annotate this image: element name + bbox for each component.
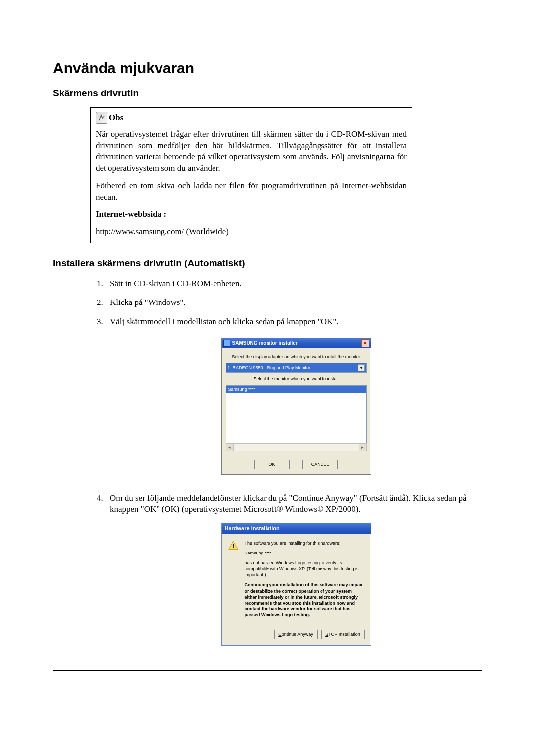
btn-rest: TOP Installation [328, 632, 360, 637]
note-website-url: http://www.samsung.com/ (Worldwide) [96, 226, 407, 238]
note-paragraph: Förbered en tom skiva och ladda ner file… [96, 180, 407, 203]
step-text: Klicka på "Windows". [110, 298, 185, 307]
svg-rect-0 [233, 544, 234, 547]
hardware-text: The software you are installing for this… [245, 540, 365, 622]
bottom-rule [53, 670, 482, 671]
step-text: Välj skärmmodell i modellistan och klick… [110, 317, 338, 326]
note-website-label: Internet-webbsida : [96, 209, 407, 220]
ok-button[interactable]: OK [254, 460, 290, 469]
warning-icon [228, 540, 239, 551]
installer-title-text: SAMSUNG monitor installer [232, 340, 298, 347]
close-icon[interactable]: × [361, 339, 369, 347]
document-page: Använda mjukvaran Skärmens drivrutin Obs… [0, 0, 535, 691]
installer-button-row: OK CANCEL [226, 460, 367, 469]
hw-line: Samsung **** [245, 550, 365, 556]
note-paragraph: När operativsystemet frågar efter drivru… [96, 129, 407, 174]
step-item: Om du ser följande meddelandefönster kli… [105, 492, 482, 646]
section-title-driver: Skärmens drivrutin [53, 88, 482, 99]
step-item: Välj skärmmodell i modellistan och klick… [105, 316, 482, 475]
stop-installation-button[interactable]: STOP Installation [321, 630, 365, 639]
installer-figure: SAMSUNG monitor installer × Select the d… [110, 338, 482, 475]
step-item: Sätt in CD-skivan i CD-ROM-enheten. [105, 278, 482, 290]
section-title-install: Installera skärmens drivrutin (Automatis… [53, 258, 482, 269]
top-rule [53, 35, 482, 35]
installer-body: Select the display adapter on which you … [222, 348, 371, 474]
hw-line: has not passed Windows Logo testing to v… [245, 560, 365, 578]
note-icon [96, 112, 107, 124]
installer-label-monitor: Select the monitor which you want to ins… [226, 376, 367, 382]
btn-rest: ontinue Anyway [282, 632, 313, 637]
page-title: Använda mjukvaran [53, 60, 482, 77]
hardware-button-row: Continue Anyway STOP Installation [222, 627, 371, 645]
horizontal-scrollbar[interactable]: ◂ ▸ [226, 443, 367, 451]
scroll-track[interactable] [234, 444, 359, 451]
step-text: Om du ser följande meddelandefönster kli… [110, 493, 467, 514]
hw-frag: ) [265, 572, 266, 577]
note-header: Obs [96, 112, 407, 124]
hardware-titlebar: Hardware Installation [222, 523, 371, 534]
hardware-dialog: Hardware Installation The software you a… [221, 523, 371, 646]
note-box: Obs När operativsystemet frågar efter dr… [90, 107, 412, 243]
monitor-listbox[interactable]: Samsung **** [226, 385, 367, 443]
monitor-selected-row[interactable]: Samsung **** [226, 386, 366, 393]
step-item: Klicka på "Windows". [105, 297, 482, 308]
chevron-down-icon[interactable]: ▾ [358, 364, 365, 371]
installer-dialog: SAMSUNG monitor installer × Select the d… [221, 338, 371, 475]
step-text: Sätt in CD-skivan i CD-ROM-enheten. [110, 279, 242, 288]
adapter-combo[interactable]: 1. RADEON 9550 : Plug and Play Monitor ▾ [226, 363, 367, 373]
installer-label-adapter: Select the display adapter on which you … [226, 354, 367, 360]
adapter-combo-value: 1. RADEON 9550 : Plug and Play Monitor [228, 365, 311, 371]
scroll-right-icon[interactable]: ▸ [359, 444, 366, 451]
install-steps: Sätt in CD-skivan i CD-ROM-enheten. Klic… [53, 278, 482, 646]
hardware-body: The software you are installing for this… [222, 534, 371, 627]
continue-anyway-button[interactable]: Continue Anyway [274, 630, 318, 639]
installer-app-icon [223, 340, 230, 347]
scroll-left-icon[interactable]: ◂ [226, 444, 234, 451]
installer-titlebar: SAMSUNG monitor installer × [222, 338, 371, 348]
hardware-figure: Hardware Installation The software you a… [110, 523, 482, 646]
hw-line-bold: Continuing your installation of this sof… [245, 582, 365, 618]
hw-line: The software you are installing for this… [245, 540, 365, 546]
svg-rect-1 [233, 547, 234, 548]
note-label: Obs [109, 112, 123, 124]
cancel-button[interactable]: CANCEL [302, 460, 338, 469]
